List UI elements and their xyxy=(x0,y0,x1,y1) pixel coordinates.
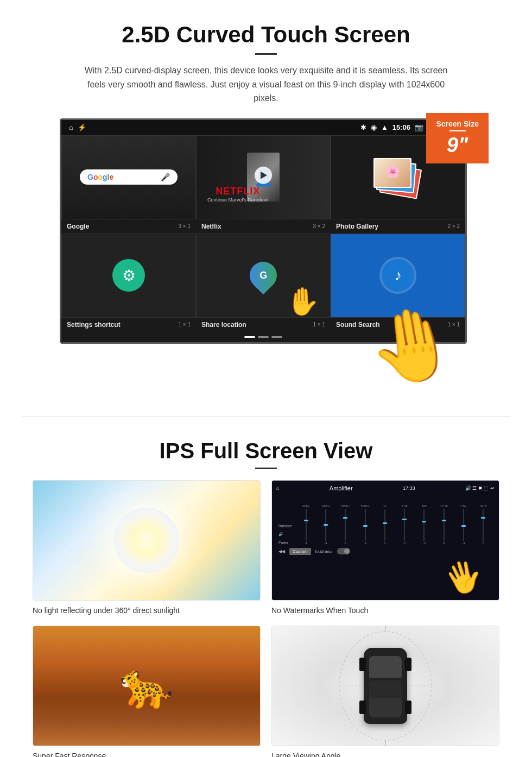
status-left-icons: ⌂ ⚡ xyxy=(69,123,86,131)
netflix-play-button[interactable] xyxy=(255,167,272,184)
app-label-google: Google 3 × 1 xyxy=(61,219,196,234)
bluetooth-icon: ✱ xyxy=(360,123,366,131)
google-size: 3 × 1 xyxy=(178,223,191,229)
screen-size-badge: Screen Size 9" xyxy=(426,113,489,163)
gallery-label: Photo Gallery xyxy=(336,223,378,230)
cheetah-caption: Super Fast Response xyxy=(33,746,261,757)
wifi-icon: ▲ xyxy=(381,123,388,131)
cheetah-image: 🐆 xyxy=(33,626,260,746)
netflix-name: NETFLIX xyxy=(216,186,260,197)
google-logo: Google xyxy=(87,173,113,181)
sunlight-caption: No light reflecting under 360° direct su… xyxy=(33,601,261,615)
google-mic-icon[interactable]: 🎤 xyxy=(161,173,170,181)
car-image xyxy=(272,626,499,746)
amplifier-card: ⌂ Amplifier 17:33 🔊 ☰ ✖ ⬚ ↩ Balance 🔊 Fa… xyxy=(271,480,499,601)
amplifier-caption: No Watermarks When Touch xyxy=(271,601,499,615)
amp-top-bar: ⌂ Amplifier 17:33 🔊 ☰ ✖ ⬚ ↩ xyxy=(276,485,495,491)
app-cell-netflix[interactable]: 👤 NETFLIX Continue Marvel's Daredevil xyxy=(196,135,331,219)
page-indicators xyxy=(61,332,465,342)
sunlight-card xyxy=(33,480,261,601)
netflix-logo: NETFLIX Continue Marvel's Daredevil xyxy=(207,186,268,203)
camera-icon: 📷 xyxy=(415,123,423,131)
status-bar: ⌂ ⚡ ✱ ◉ ▲ 15:06 📷 🔊 ✖ ▭ xyxy=(61,120,465,135)
device-container: Screen Size 9" ⌂ ⚡ ✱ ◉ ▲ 15:06 📷 🔊 ✖ xyxy=(60,118,472,344)
badge-divider xyxy=(449,130,466,131)
share-size: 1 × 1 xyxy=(313,321,325,327)
app-grid-bottom: ⚙ 🤚 ♪ xyxy=(61,234,465,318)
share-label: Share location xyxy=(201,321,246,329)
app-label-gallery: Photo Gallery 2 × 2 xyxy=(331,219,465,234)
google-search-bar[interactable]: Google 🎤 xyxy=(80,169,178,185)
settings-label: Settings shortcut xyxy=(67,321,121,329)
hand-pointing-icon: 🤚 xyxy=(286,286,319,317)
image-card-amplifier: ⌂ Amplifier 17:33 🔊 ☰ ✖ ⬚ ↩ Balance 🔊 Fa… xyxy=(271,480,499,615)
badge-title: Screen Size xyxy=(436,119,479,128)
app-label-settings: Settings shortcut 1 × 1 xyxy=(61,318,196,332)
gear-icon: ⚙ xyxy=(122,267,136,285)
home-icon: ⌂ xyxy=(69,123,73,131)
image-grid: No light reflecting under 360° direct su… xyxy=(33,480,499,757)
section-ips: IPS Full Screen View No light reflecting… xyxy=(0,417,532,757)
sound-size: 1 × 1 xyxy=(447,321,460,327)
page-dot-2 xyxy=(258,336,269,338)
image-card-car: Large Viewing Angle xyxy=(271,626,499,757)
status-time: 15:06 xyxy=(392,123,410,131)
amp-time: 17:33 xyxy=(403,485,415,491)
amplifier-image: ⌂ Amplifier 17:33 🔊 ☰ ✖ ⬚ ↩ Balance 🔊 Fa… xyxy=(272,481,499,600)
music-note-icon: ♪ xyxy=(394,267,402,284)
location-icon: ◉ xyxy=(371,123,377,131)
page-dot-3 xyxy=(271,336,282,338)
netflix-label: Netflix xyxy=(201,223,221,230)
app-cell-sound[interactable]: ♪ xyxy=(331,234,465,318)
app-cell-settings[interactable]: ⚙ xyxy=(61,234,196,318)
amp-title: Amplifier xyxy=(330,485,353,491)
image-card-cheetah: 🐆 Super Fast Response xyxy=(33,626,261,757)
car-caption: Large Viewing Angle xyxy=(271,746,499,757)
android-screen: ⌂ ⚡ ✱ ◉ ▲ 15:06 📷 🔊 ✖ ▭ xyxy=(60,118,467,344)
app-cell-google[interactable]: Google 🎤 xyxy=(61,135,196,219)
photo-card-3: 🌸 xyxy=(373,158,411,188)
settings-icon-wrap: ⚙ xyxy=(112,259,145,292)
amp-home-icon: ⌂ xyxy=(276,485,279,491)
netflix-size: 3 × 2 xyxy=(313,223,325,229)
labels-row-top: Google 3 × 1 Netflix 3 × 2 Photo Gallery… xyxy=(61,219,465,234)
labels-row-bottom: Settings shortcut 1 × 1 Share location 1… xyxy=(61,318,465,332)
app-label-netflix: Netflix 3 × 2 xyxy=(196,219,331,234)
app-cell-share[interactable]: 🤚 xyxy=(196,234,331,318)
google-label: Google xyxy=(67,223,89,230)
app-grid-top: Google 🎤 👤 xyxy=(61,135,465,219)
section1-description: With 2.5D curved-display screen, this de… xyxy=(81,64,451,105)
amp-icons: 🔊 ☰ ✖ ⬚ ↩ xyxy=(465,485,495,491)
sunlight-image xyxy=(33,481,260,600)
cheetah-emoji: 🐆 xyxy=(119,660,174,711)
car-card xyxy=(271,626,499,746)
settings-size: 1 × 1 xyxy=(178,321,191,327)
cheetah-card: 🐆 xyxy=(33,626,261,746)
section1-title: 2.5D Curved Touch Screen xyxy=(33,22,499,48)
section-curved-screen: 2.5D Curved Touch Screen With 2.5D curve… xyxy=(0,0,532,362)
play-triangle xyxy=(261,172,267,179)
photo-stack: 🌸 xyxy=(371,155,425,199)
gmaps-icon xyxy=(244,256,283,295)
sound-label: Sound Search xyxy=(336,321,380,329)
page-dot-1 xyxy=(244,336,255,338)
gallery-size: 2 × 2 xyxy=(447,223,460,229)
app-label-sound: Sound Search 1 × 1 xyxy=(331,318,465,332)
section2-title: IPS Full Screen View xyxy=(33,439,499,463)
badge-size: 9" xyxy=(436,134,479,157)
app-label-share: Share location 1 × 1 xyxy=(196,318,331,332)
ips-title-divider xyxy=(255,468,277,469)
netflix-continue: Continue Marvel's Daredevil xyxy=(207,197,268,203)
usb-icon: ⚡ xyxy=(78,123,86,131)
music-icon-wrap: ♪ xyxy=(382,259,414,292)
title-divider xyxy=(255,53,277,55)
image-card-sunlight: No light reflecting under 360° direct su… xyxy=(33,480,261,615)
